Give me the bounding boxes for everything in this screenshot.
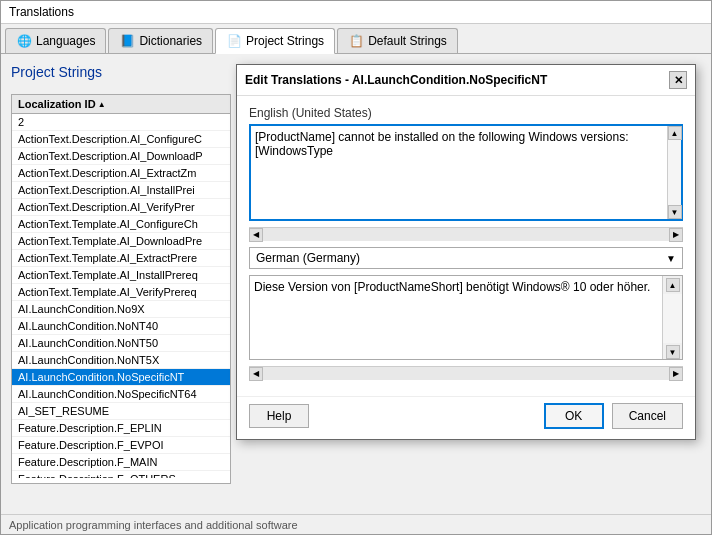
scroll-down-arrow[interactable]: ▼ [668, 205, 682, 219]
default-strings-icon: 📋 [348, 33, 364, 49]
table-row[interactable]: AI.LaunchCondition.NoNT5X [12, 352, 230, 369]
hscroll-left-arrow[interactable]: ◀ [249, 228, 263, 242]
main-content: Project Strings Localization ID ▲ 2 Acti… [1, 54, 711, 514]
tab-dictionaries-label: Dictionaries [139, 34, 202, 48]
ok-button[interactable]: OK [544, 403, 604, 429]
german-textarea-container: ▲ ▼ [249, 275, 683, 360]
edit-translations-dialog: Edit Translations - AI.LaunchCondition.N… [236, 64, 696, 440]
tab-default-strings-label: Default Strings [368, 34, 447, 48]
dialog-close-button[interactable]: ✕ [669, 71, 687, 89]
german-hscroll-left[interactable]: ◀ [249, 367, 263, 381]
german-scroll-track [663, 294, 682, 343]
dialog-title: Edit Translations - AI.LaunchCondition.N… [245, 73, 547, 87]
table-row[interactable]: ActionText.Description.AI_InstallPrei [12, 182, 230, 199]
table-row[interactable]: ActionText.Description.AI_VerifyPrer [12, 199, 230, 216]
dropdown-arrow-icon: ▼ [666, 253, 676, 264]
help-button[interactable]: Help [249, 404, 309, 428]
english-scrollbar[interactable]: ▲ ▼ [667, 126, 681, 219]
table-row[interactable]: Feature.Description.F_EVPOI [12, 437, 230, 454]
language-dropdown[interactable]: German (Germany) ▼ [249, 247, 683, 269]
cancel-button[interactable]: Cancel [612, 403, 683, 429]
table-row[interactable]: Feature.Description.F_MAIN [12, 454, 230, 471]
table-row-selected[interactable]: AI.LaunchCondition.NoSpecificNT [12, 369, 230, 386]
language-dropdown-label: German (Germany) [256, 251, 360, 265]
german-textarea[interactable] [250, 276, 662, 356]
dictionaries-icon: 📘 [119, 33, 135, 49]
table-row[interactable]: AI.LaunchCondition.NoNT40 [12, 318, 230, 335]
col-localization-id: Localization ID ▲ [18, 98, 106, 110]
dialog-buttons-row: Help OK Cancel [237, 396, 695, 439]
table-rows[interactable]: 2 ActionText.Description.AI_ConfigureC A… [12, 114, 230, 478]
status-bar: Application programming interfaces and a… [1, 514, 711, 534]
table-row[interactable]: ActionText.Template.AI_DownloadPre [12, 233, 230, 250]
table-row[interactable]: 2 [12, 114, 230, 131]
german-scrollbar[interactable]: ▲ ▼ [662, 276, 682, 359]
col-localization-id-label: Localization ID [18, 98, 96, 110]
scroll-track [668, 140, 681, 205]
english-textarea[interactable] [251, 126, 667, 216]
dialog-body: English (United States) ▲ ▼ ◀ ▶ [237, 96, 695, 396]
german-scroll-up[interactable]: ▲ [666, 278, 680, 292]
table-row[interactable]: ActionText.Template.AI_VerifyPrereq [12, 284, 230, 301]
table-row[interactable]: ActionText.Description.AI_DownloadP [12, 148, 230, 165]
tab-project-strings-label: Project Strings [246, 34, 324, 48]
tab-dictionaries[interactable]: 📘 Dictionaries [108, 28, 213, 53]
tab-languages-label: Languages [36, 34, 95, 48]
status-text: Application programming interfaces and a… [9, 519, 298, 531]
table-row[interactable]: ActionText.Description.AI_ExtractZm [12, 165, 230, 182]
scroll-up-arrow[interactable]: ▲ [668, 126, 682, 140]
sort-arrow-icon: ▲ [98, 100, 106, 109]
german-hscrollbar[interactable]: ◀ ▶ [249, 366, 683, 380]
german-scroll-down[interactable]: ▼ [666, 345, 680, 359]
table-row[interactable]: AI.LaunchCondition.No9X [12, 301, 230, 318]
tab-bar: 🌐 Languages 📘 Dictionaries 📄 Project Str… [1, 24, 711, 54]
localization-table: Localization ID ▲ 2 ActionText.Descripti… [11, 94, 231, 484]
table-row[interactable]: AI.LaunchCondition.NoNT50 [12, 335, 230, 352]
languages-icon: 🌐 [16, 33, 32, 49]
window-title: Translations [9, 5, 74, 19]
german-hscroll-right[interactable]: ▶ [669, 367, 683, 381]
german-textarea-wrapper: ▲ ▼ [249, 275, 683, 360]
tab-default-strings[interactable]: 📋 Default Strings [337, 28, 458, 53]
german-hscroll-track [263, 367, 669, 380]
table-row[interactable]: ActionText.Description.AI_ConfigureC [12, 131, 230, 148]
tab-project-strings[interactable]: 📄 Project Strings [215, 28, 335, 54]
project-strings-icon: 📄 [226, 33, 242, 49]
table-row[interactable]: ActionText.Template.AI_ExtractPrere [12, 250, 230, 267]
table-row[interactable]: ActionText.Template.AI_InstallPrereq [12, 267, 230, 284]
window-title-bar: Translations [1, 1, 711, 24]
table-row[interactable]: Feature.Description.F_EPLIN [12, 420, 230, 437]
table-row[interactable]: AI.LaunchCondition.NoSpecificNT64 [12, 386, 230, 403]
english-textarea-container: ▲ ▼ [249, 124, 683, 221]
table-header: Localization ID ▲ [12, 95, 230, 114]
tab-languages[interactable]: 🌐 Languages [5, 28, 106, 53]
table-row[interactable]: ActionText.Template.AI_ConfigureCh [12, 216, 230, 233]
hscroll-right-arrow[interactable]: ▶ [669, 228, 683, 242]
english-section-label: English (United States) [249, 106, 683, 120]
language-dropdown-row: German (Germany) ▼ [249, 247, 683, 269]
table-row[interactable]: AI_SET_RESUME [12, 403, 230, 420]
dialog-title-bar: Edit Translations - AI.LaunchCondition.N… [237, 65, 695, 96]
main-window: Translations 🌐 Languages 📘 Dictionaries … [0, 0, 712, 535]
table-row[interactable]: Feature.Description.F_OTHERS [12, 471, 230, 478]
english-hscrollbar[interactable]: ◀ ▶ [249, 227, 683, 241]
hscroll-track [263, 228, 669, 241]
